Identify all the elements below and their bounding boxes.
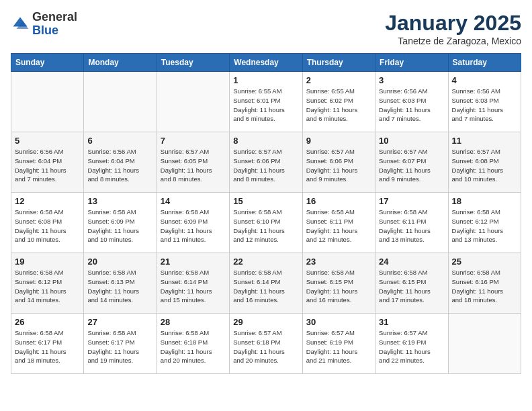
calendar-cell: 30Sunrise: 6:57 AMSunset: 6:19 PMDayligh… bbox=[302, 314, 375, 374]
calendar-cell: 12Sunrise: 6:58 AMSunset: 6:08 PMDayligh… bbox=[11, 193, 84, 253]
day-number: 20 bbox=[87, 257, 152, 267]
calendar-cell: 29Sunrise: 6:57 AMSunset: 6:18 PMDayligh… bbox=[230, 314, 302, 374]
column-header-friday: Friday bbox=[375, 54, 448, 72]
calendar-table: SundayMondayTuesdayWednesdayThursdayFrid… bbox=[11, 53, 521, 374]
calendar-cell: 24Sunrise: 6:58 AMSunset: 6:15 PMDayligh… bbox=[375, 253, 448, 314]
calendar-cell: 6Sunrise: 6:56 AMSunset: 6:04 PMDaylight… bbox=[84, 132, 157, 193]
calendar-header-row: SundayMondayTuesdayWednesdayThursdayFrid… bbox=[11, 54, 521, 72]
logo-text: General Blue bbox=[32, 11, 77, 38]
day-number: 24 bbox=[379, 257, 444, 267]
day-number: 4 bbox=[452, 75, 517, 85]
day-info: Sunrise: 6:58 AMSunset: 6:11 PMDaylight:… bbox=[306, 208, 371, 244]
day-number: 22 bbox=[233, 257, 298, 267]
calendar-cell: 10Sunrise: 6:57 AMSunset: 6:07 PMDayligh… bbox=[375, 132, 448, 193]
calendar-cell: 17Sunrise: 6:58 AMSunset: 6:11 PMDayligh… bbox=[375, 193, 448, 253]
day-number: 12 bbox=[15, 196, 80, 206]
column-header-wednesday: Wednesday bbox=[230, 54, 302, 72]
calendar-cell: 15Sunrise: 6:58 AMSunset: 6:10 PMDayligh… bbox=[230, 193, 302, 253]
calendar-week-4: 19Sunrise: 6:58 AMSunset: 6:12 PMDayligh… bbox=[11, 253, 521, 314]
page-header: General Blue January 2025 Tanetze de Zar… bbox=[11, 11, 521, 46]
day-info: Sunrise: 6:58 AMSunset: 6:17 PMDaylight:… bbox=[87, 328, 152, 365]
day-number: 15 bbox=[233, 196, 298, 206]
calendar-week-1: 1Sunrise: 6:55 AMSunset: 6:01 PMDaylight… bbox=[11, 72, 521, 132]
column-header-saturday: Saturday bbox=[448, 54, 521, 72]
column-header-tuesday: Tuesday bbox=[157, 54, 229, 72]
day-number: 3 bbox=[379, 75, 444, 85]
day-number: 5 bbox=[15, 136, 80, 146]
day-info: Sunrise: 6:57 AMSunset: 6:08 PMDaylight:… bbox=[452, 147, 517, 184]
day-number: 6 bbox=[87, 136, 152, 146]
calendar-week-5: 26Sunrise: 6:58 AMSunset: 6:17 PMDayligh… bbox=[11, 314, 521, 374]
location-subtitle: Tanetze de Zaragoza, Mexico bbox=[385, 36, 521, 46]
logo-blue: Blue bbox=[32, 24, 58, 37]
day-number: 8 bbox=[233, 136, 298, 146]
calendar-cell: 27Sunrise: 6:58 AMSunset: 6:17 PMDayligh… bbox=[84, 314, 157, 374]
day-info: Sunrise: 6:58 AMSunset: 6:11 PMDaylight:… bbox=[379, 208, 444, 244]
calendar-cell: 14Sunrise: 6:58 AMSunset: 6:09 PMDayligh… bbox=[157, 193, 229, 253]
day-info: Sunrise: 6:58 AMSunset: 6:15 PMDaylight:… bbox=[306, 268, 371, 305]
calendar-cell: 21Sunrise: 6:58 AMSunset: 6:14 PMDayligh… bbox=[157, 253, 229, 314]
day-info: Sunrise: 6:55 AMSunset: 6:02 PMDaylight:… bbox=[306, 87, 371, 124]
day-info: Sunrise: 6:58 AMSunset: 6:12 PMDaylight:… bbox=[452, 208, 517, 244]
calendar-cell bbox=[11, 72, 84, 132]
day-number: 23 bbox=[306, 257, 371, 267]
day-info: Sunrise: 6:57 AMSunset: 6:06 PMDaylight:… bbox=[233, 147, 298, 184]
day-info: Sunrise: 6:57 AMSunset: 6:05 PMDaylight:… bbox=[161, 147, 226, 184]
day-info: Sunrise: 6:57 AMSunset: 6:18 PMDaylight:… bbox=[233, 328, 298, 365]
calendar-cell: 1Sunrise: 6:55 AMSunset: 6:01 PMDaylight… bbox=[230, 72, 302, 132]
day-info: Sunrise: 6:57 AMSunset: 6:07 PMDaylight:… bbox=[379, 147, 444, 184]
day-info: Sunrise: 6:58 AMSunset: 6:14 PMDaylight:… bbox=[233, 268, 298, 305]
column-header-sunday: Sunday bbox=[11, 54, 84, 72]
day-info: Sunrise: 6:56 AMSunset: 6:04 PMDaylight:… bbox=[87, 147, 152, 184]
day-number: 25 bbox=[452, 257, 517, 267]
calendar-cell: 28Sunrise: 6:58 AMSunset: 6:18 PMDayligh… bbox=[157, 314, 229, 374]
calendar-cell: 9Sunrise: 6:57 AMSunset: 6:06 PMDaylight… bbox=[302, 132, 375, 193]
day-number: 10 bbox=[379, 136, 444, 146]
calendar-cell bbox=[157, 72, 229, 132]
day-info: Sunrise: 6:58 AMSunset: 6:15 PMDaylight:… bbox=[379, 268, 444, 305]
day-number: 7 bbox=[161, 136, 226, 146]
calendar-cell: 2Sunrise: 6:55 AMSunset: 6:02 PMDaylight… bbox=[302, 72, 375, 132]
day-info: Sunrise: 6:57 AMSunset: 6:06 PMDaylight:… bbox=[306, 147, 371, 184]
day-number: 9 bbox=[306, 136, 371, 146]
day-number: 1 bbox=[233, 75, 298, 85]
logo-general: General bbox=[32, 10, 77, 24]
calendar-cell: 13Sunrise: 6:58 AMSunset: 6:09 PMDayligh… bbox=[84, 193, 157, 253]
day-info: Sunrise: 6:58 AMSunset: 6:18 PMDaylight:… bbox=[161, 328, 226, 365]
calendar-cell: 31Sunrise: 6:57 AMSunset: 6:19 PMDayligh… bbox=[375, 314, 448, 374]
day-info: Sunrise: 6:58 AMSunset: 6:13 PMDaylight:… bbox=[87, 268, 152, 305]
calendar-cell bbox=[84, 72, 157, 132]
calendar-cell: 26Sunrise: 6:58 AMSunset: 6:17 PMDayligh… bbox=[11, 314, 84, 374]
day-number: 29 bbox=[233, 317, 298, 327]
logo-icon bbox=[11, 15, 30, 34]
calendar-cell: 4Sunrise: 6:56 AMSunset: 6:03 PMDaylight… bbox=[448, 72, 521, 132]
calendar-cell: 18Sunrise: 6:58 AMSunset: 6:12 PMDayligh… bbox=[448, 193, 521, 253]
day-number: 11 bbox=[452, 136, 517, 146]
day-number: 2 bbox=[306, 75, 371, 85]
logo: General Blue bbox=[11, 11, 77, 38]
day-info: Sunrise: 6:58 AMSunset: 6:09 PMDaylight:… bbox=[161, 208, 226, 244]
calendar-cell bbox=[448, 314, 521, 374]
day-info: Sunrise: 6:55 AMSunset: 6:01 PMDaylight:… bbox=[233, 87, 298, 124]
title-block: January 2025 Tanetze de Zaragoza, Mexico bbox=[385, 11, 521, 46]
day-number: 13 bbox=[87, 196, 152, 206]
day-info: Sunrise: 6:57 AMSunset: 6:19 PMDaylight:… bbox=[306, 328, 371, 365]
day-number: 16 bbox=[306, 196, 371, 206]
calendar-cell: 3Sunrise: 6:56 AMSunset: 6:03 PMDaylight… bbox=[375, 72, 448, 132]
month-title: January 2025 bbox=[385, 11, 521, 36]
day-number: 21 bbox=[161, 257, 226, 267]
day-info: Sunrise: 6:58 AMSunset: 6:10 PMDaylight:… bbox=[233, 208, 298, 244]
day-number: 14 bbox=[161, 196, 226, 206]
day-number: 26 bbox=[15, 317, 80, 327]
calendar-cell: 23Sunrise: 6:58 AMSunset: 6:15 PMDayligh… bbox=[302, 253, 375, 314]
calendar-cell: 20Sunrise: 6:58 AMSunset: 6:13 PMDayligh… bbox=[84, 253, 157, 314]
day-number: 31 bbox=[379, 317, 444, 327]
day-number: 27 bbox=[87, 317, 152, 327]
day-number: 18 bbox=[452, 196, 517, 206]
calendar-cell: 22Sunrise: 6:58 AMSunset: 6:14 PMDayligh… bbox=[230, 253, 302, 314]
day-info: Sunrise: 6:58 AMSunset: 6:14 PMDaylight:… bbox=[161, 268, 226, 305]
day-info: Sunrise: 6:58 AMSunset: 6:16 PMDaylight:… bbox=[452, 268, 517, 305]
day-number: 17 bbox=[379, 196, 444, 206]
day-info: Sunrise: 6:56 AMSunset: 6:03 PMDaylight:… bbox=[452, 87, 517, 124]
calendar-cell: 8Sunrise: 6:57 AMSunset: 6:06 PMDaylight… bbox=[230, 132, 302, 193]
